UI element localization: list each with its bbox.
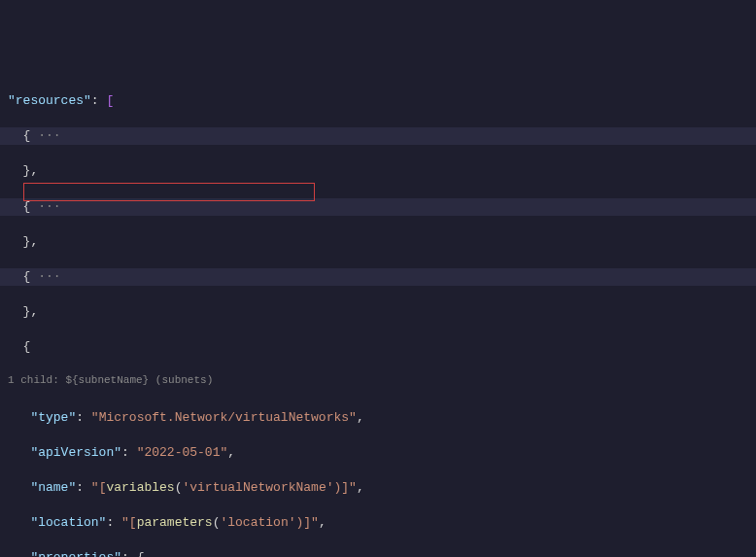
code-line[interactable]: },	[0, 162, 756, 180]
code-line[interactable]: {	[0, 338, 756, 356]
code-line[interactable]: "properties": {	[0, 549, 756, 557]
folded-region[interactable]: { ···	[0, 268, 756, 286]
code-line[interactable]: "apiVersion": "2022-05-01",	[0, 444, 756, 462]
codelens-hint[interactable]: 1 child: ${subnetName} (subnets)	[0, 373, 756, 391]
code-line[interactable]: "name": "[variables('virtualNetworkName'…	[0, 479, 756, 497]
code-line[interactable]: "resources": [	[0, 92, 756, 110]
code-line[interactable]: "location": "[parameters('location')]",	[0, 514, 756, 532]
code-line[interactable]: },	[0, 303, 756, 321]
folded-region[interactable]: { ···	[0, 198, 756, 216]
code-line[interactable]: },	[0, 233, 756, 251]
code-line-type[interactable]: "type": "Microsoft.Network/virtualNetwor…	[0, 409, 756, 427]
code-editor-viewport[interactable]: { "codelens": { "vnet": "1 child: ${subn…	[0, 21, 756, 557]
folded-region[interactable]: { ···	[0, 127, 756, 145]
